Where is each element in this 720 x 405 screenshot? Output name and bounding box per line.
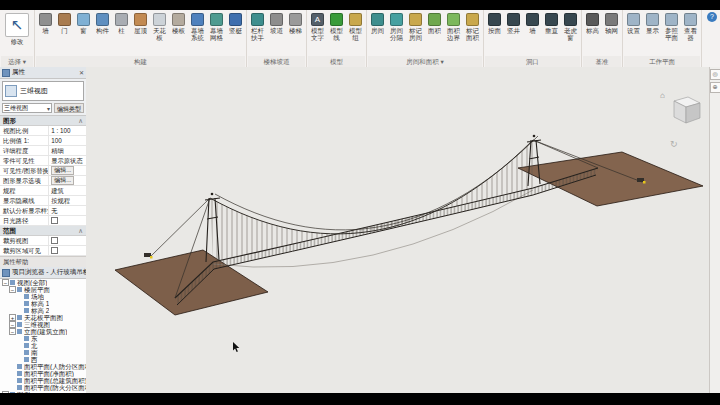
set-workplane-icon bbox=[627, 13, 640, 26]
zoom-icon[interactable]: ⊕ bbox=[710, 82, 720, 93]
property-checkbox-cell[interactable] bbox=[48, 236, 86, 245]
ribbon-button-set-workplane[interactable]: 设置 bbox=[624, 11, 643, 34]
tree-item[interactable]: 面积平面(净面积) bbox=[0, 370, 86, 377]
ribbon-button-component[interactable]: 构件 bbox=[93, 11, 112, 34]
ribbon-button-wall-opening[interactable]: 墙 bbox=[523, 11, 542, 34]
ribbon-panel-caption[interactable]: 房间和面积 ▾ bbox=[368, 56, 482, 67]
scrollbar[interactable]: ◎ ⊕ bbox=[709, 67, 720, 393]
property-value[interactable]: 精细 bbox=[48, 146, 86, 155]
ribbon-button-door[interactable]: 门 bbox=[55, 11, 74, 34]
ribbon-button-shaft[interactable]: 竖井 bbox=[504, 11, 523, 34]
ribbon-button-area[interactable]: 面积 bbox=[425, 11, 444, 34]
ribbon-button-dormer[interactable]: 老虎窗 bbox=[561, 11, 580, 41]
tree-expander-icon[interactable]: − bbox=[2, 279, 9, 286]
tree-item[interactable]: −楼层平面 bbox=[0, 286, 86, 293]
tree-item[interactable]: 南 bbox=[0, 349, 86, 356]
edit-button[interactable]: 编辑... bbox=[51, 176, 74, 185]
tree-item[interactable]: 标高 1 bbox=[0, 300, 86, 307]
ribbon-button-tag-room[interactable]: 标记房间 bbox=[406, 11, 425, 41]
tree-item[interactable]: 面积平面(人防分区面积) bbox=[0, 363, 86, 370]
ribbon-button-level[interactable]: 标高 bbox=[583, 11, 602, 34]
property-value[interactable]: 显示原状态 bbox=[48, 156, 86, 165]
tree-item[interactable]: −立面(建筑立面) bbox=[0, 328, 86, 335]
navigation-wheel-icon[interactable]: ◎ bbox=[710, 69, 720, 80]
ribbon-button-column[interactable]: 柱 bbox=[112, 11, 131, 34]
property-checkbox-cell[interactable] bbox=[48, 246, 86, 255]
properties-help[interactable]: 属性帮助 bbox=[0, 256, 86, 267]
ribbon-button-window[interactable]: 窗 bbox=[74, 11, 93, 34]
property-section-header[interactable]: 图形∧ bbox=[0, 116, 86, 126]
property-section-header[interactable]: 范围∧ bbox=[0, 226, 86, 236]
ribbon-button-wall[interactable]: 墙 bbox=[36, 11, 55, 34]
type-selector[interactable]: 三维视图 bbox=[2, 81, 84, 101]
viewcube-cube[interactable] bbox=[660, 91, 706, 149]
help-icon[interactable]: ? bbox=[707, 12, 717, 22]
ribbon-button-viewer[interactable]: 查看器 bbox=[681, 11, 700, 41]
ribbon-button-curtain-grid[interactable]: 幕墙网格 bbox=[207, 11, 226, 41]
tree-expander-icon[interactable]: − bbox=[9, 321, 16, 328]
edit-button[interactable]: 编辑... bbox=[51, 166, 74, 175]
ribbon-button-area-boundary[interactable]: 面积边界 bbox=[444, 11, 463, 41]
ribbon-button-roof[interactable]: 屋顶 bbox=[131, 11, 150, 34]
railing-icon bbox=[251, 13, 264, 26]
ribbon-button-opening-by-face[interactable]: 按面 bbox=[485, 11, 504, 34]
tree-item[interactable]: −三维视图 bbox=[0, 321, 86, 328]
ribbon-panel: 标高轴网基准 bbox=[582, 10, 623, 67]
ribbon-button-room[interactable]: 房间 bbox=[368, 11, 387, 34]
tree-item[interactable]: +图例 bbox=[0, 391, 86, 393]
ribbon-button-vertical-opening[interactable]: 垂直 bbox=[542, 11, 561, 34]
home-icon[interactable]: ⌂ bbox=[660, 91, 665, 100]
ribbon-button-ramp[interactable]: 坡道 bbox=[267, 11, 286, 34]
ribbon-button-floor[interactable]: 楼板 bbox=[169, 11, 188, 34]
property-button-cell[interactable]: 编辑... bbox=[48, 176, 86, 185]
checkbox[interactable] bbox=[51, 237, 58, 244]
tree-item[interactable]: 面积平面(总建筑面积) bbox=[0, 377, 86, 384]
tree-item[interactable]: 标高 2 bbox=[0, 307, 86, 314]
ribbon-button-model-text[interactable]: A模型文字 bbox=[308, 11, 327, 41]
ribbon-button-ceiling[interactable]: 天花板 bbox=[150, 11, 169, 41]
ribbon-button-label: 屋顶 bbox=[134, 27, 147, 34]
ribbon-button-show-workplane[interactable]: 显示 bbox=[643, 11, 662, 34]
ribbon-button-label: 坡道 bbox=[270, 27, 283, 34]
ribbon-panel-caption[interactable]: 选择 ▾ bbox=[1, 56, 33, 67]
ribbon-button-model-line[interactable]: 模型线 bbox=[327, 11, 346, 41]
ribbon-button-curtain-system[interactable]: 幕墙系统 bbox=[188, 11, 207, 41]
tree-expander-icon[interactable]: + bbox=[2, 391, 9, 393]
edit-type-button[interactable]: 编辑类型 bbox=[54, 103, 84, 113]
viewcube[interactable]: ⌂ ↻ bbox=[660, 91, 706, 149]
ribbon-button-tag-area[interactable]: 标记面积 bbox=[463, 11, 482, 41]
property-value[interactable]: 100 bbox=[48, 136, 86, 145]
property-value[interactable]: 1 : 100 bbox=[48, 126, 86, 135]
ribbon-button-ref-plane[interactable]: 参照平面 bbox=[662, 11, 681, 41]
property-value[interactable]: 按规程 bbox=[48, 196, 86, 205]
ribbon-button-mullion[interactable]: 竖梃 bbox=[226, 11, 245, 34]
ribbon-button-room-separator[interactable]: 房间分隔 bbox=[387, 11, 406, 41]
tree-item[interactable]: 西 bbox=[0, 356, 86, 363]
checkbox[interactable] bbox=[51, 247, 58, 254]
tree-expander-icon[interactable]: − bbox=[9, 328, 16, 335]
checkbox[interactable] bbox=[51, 217, 58, 224]
ribbon-button-railing[interactable]: 栏杆扶手 bbox=[248, 11, 267, 41]
close-icon[interactable]: ✕ bbox=[79, 69, 84, 76]
ribbon-button-stair[interactable]: 楼梯 bbox=[286, 11, 305, 34]
property-value[interactable]: 无 bbox=[48, 206, 86, 215]
tree-item[interactable]: 北 bbox=[0, 342, 86, 349]
view-instance-combo[interactable]: 三维视图 ▾ bbox=[2, 103, 52, 113]
property-button-cell[interactable]: 编辑... bbox=[48, 166, 86, 175]
ribbon-button-model-group[interactable]: 模型组 bbox=[346, 11, 365, 41]
tree-item[interactable]: 东 bbox=[0, 335, 86, 342]
tree-expander-icon[interactable]: + bbox=[9, 314, 16, 321]
tree-item[interactable]: 面积平面(防火分区面积) bbox=[0, 384, 86, 391]
rotate-icon[interactable]: ↻ bbox=[670, 139, 678, 149]
property-checkbox-cell[interactable] bbox=[48, 216, 86, 225]
tree-item[interactable]: −视图(全部) bbox=[0, 279, 86, 286]
property-value[interactable]: 建筑 bbox=[48, 186, 86, 195]
modify-button[interactable]: ↖ 修改 bbox=[1, 11, 33, 45]
ribbon-button-grid[interactable]: 轴网 bbox=[602, 11, 621, 34]
property-row: 可见性/图形替换编辑... bbox=[0, 166, 86, 176]
anchor-right bbox=[637, 178, 644, 182]
tree-item[interactable]: +天花板平面图 bbox=[0, 314, 86, 321]
tree-expander-icon[interactable]: − bbox=[9, 286, 16, 293]
drawing-area[interactable]: ⌂ ↻ bbox=[86, 67, 710, 393]
tree-item[interactable]: 场地 bbox=[0, 293, 86, 300]
